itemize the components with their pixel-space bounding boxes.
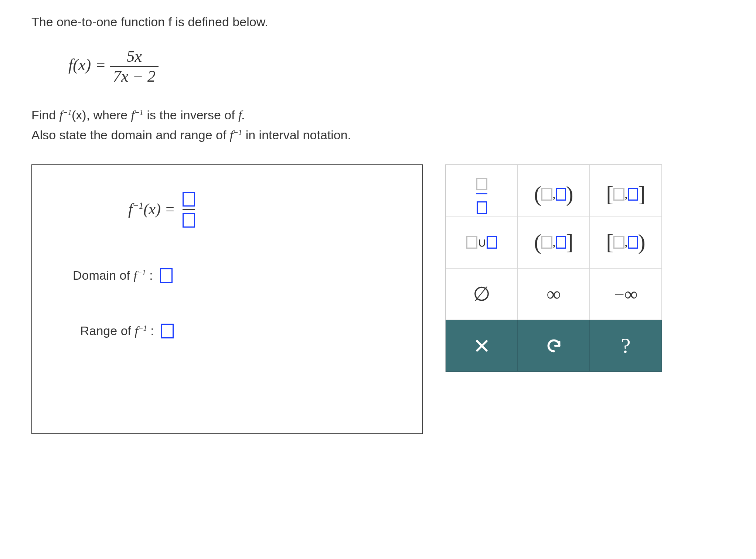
oi-a-icon (541, 188, 552, 201)
infinity-icon: ∞ (546, 283, 561, 306)
t1sup: −1 (63, 108, 72, 116)
co-b-icon (628, 236, 638, 249)
palette-closed-interval-button[interactable]: [,] (590, 165, 662, 224)
intro-span: The one-to-one function f is defined bel… (31, 15, 268, 29)
un-b-icon (487, 236, 497, 249)
oi-b-icon (556, 188, 566, 201)
intro-text: The one-to-one function f is defined bel… (31, 15, 725, 29)
palette-closed-open-interval-button[interactable]: [,) (590, 217, 662, 268)
t1d: f (131, 108, 134, 122)
inverse-input-fraction[interactable] (183, 191, 195, 228)
palette-help-button[interactable]: ? (590, 320, 662, 372)
t1sup2: −1 (134, 108, 143, 116)
func-numerator: 5x (110, 48, 159, 67)
problem-page: The one-to-one function f is defined bel… (0, 0, 756, 449)
func-denominator: 7x − 2 (110, 67, 159, 85)
pal-frac-num-icon (476, 178, 487, 190)
ci-a-icon (613, 188, 624, 201)
denominator-input[interactable] (183, 213, 195, 228)
empty-set-icon: ∅ (473, 282, 490, 306)
inverse-answer-line: f−1(x) = (47, 191, 408, 228)
palette-open-closed-interval-button[interactable]: (,] (518, 217, 590, 268)
task-line-1: Find f−1(x), where f−1 is the inverse of… (31, 108, 725, 122)
pal-frac-den-icon (477, 201, 487, 214)
palette-union-button[interactable]: ∪ (446, 217, 518, 268)
help-icon: ? (621, 333, 631, 358)
t1e: is the inverse of (143, 108, 238, 122)
palette-undo-button[interactable] (518, 320, 590, 372)
func-lhs: f(x) = (68, 56, 106, 74)
domain-input[interactable] (160, 268, 173, 283)
symbol-palette: (,) [,] ∪ (,] [,) ∅ ∞ −∞ (445, 164, 662, 372)
palette-clear-button[interactable] (446, 320, 518, 372)
domain-line: Domain of f−1 : (47, 268, 408, 283)
t2sup: −1 (233, 128, 242, 136)
t1a: Find (31, 108, 59, 122)
t2b: f (230, 128, 233, 142)
answer-row: f−1(x) = Domain of f−1 : Range of f−1 : (31, 164, 725, 434)
t1c: (x), where (72, 108, 131, 122)
ci-b-icon (628, 188, 638, 201)
function-definition: f(x) = 5x 7x − 2 (68, 48, 725, 86)
inverse-label: f−1(x) = (128, 200, 175, 218)
range-line: Range of f−1 : (47, 324, 408, 338)
range-input[interactable] (161, 324, 174, 338)
func-fraction: 5x 7x − 2 (110, 48, 159, 86)
range-label: Range of f−1 : (80, 324, 154, 338)
answer-box: f−1(x) = Domain of f−1 : Range of f−1 : (31, 164, 423, 434)
palette-empty-set-button[interactable]: ∅ (446, 268, 518, 320)
numerator-input[interactable] (183, 192, 195, 207)
domain-label: Domain of f−1 : (73, 268, 153, 283)
task-line-2: Also state the domain and range of f−1 i… (31, 128, 725, 142)
t1f: f. (238, 108, 245, 122)
undo-icon (544, 338, 563, 354)
un-a-icon (466, 236, 477, 249)
close-icon (474, 338, 490, 354)
co-a-icon (613, 236, 624, 249)
inv-sup: −1 (133, 201, 144, 211)
neg-infinity-icon: −∞ (614, 283, 638, 305)
palette-infinity-button[interactable]: ∞ (518, 268, 590, 320)
t2c: in interval notation. (242, 128, 351, 142)
palette-neg-infinity-button[interactable]: −∞ (590, 268, 662, 320)
t2a: Also state the domain and range of (31, 128, 230, 142)
oc-b-icon (556, 236, 566, 249)
palette-fraction-button[interactable] (446, 165, 518, 224)
oc-a-icon (541, 236, 552, 249)
union-icon: ∪ (477, 235, 487, 250)
t1b: f (59, 108, 63, 122)
palette-open-interval-button[interactable]: (,) (518, 165, 590, 224)
